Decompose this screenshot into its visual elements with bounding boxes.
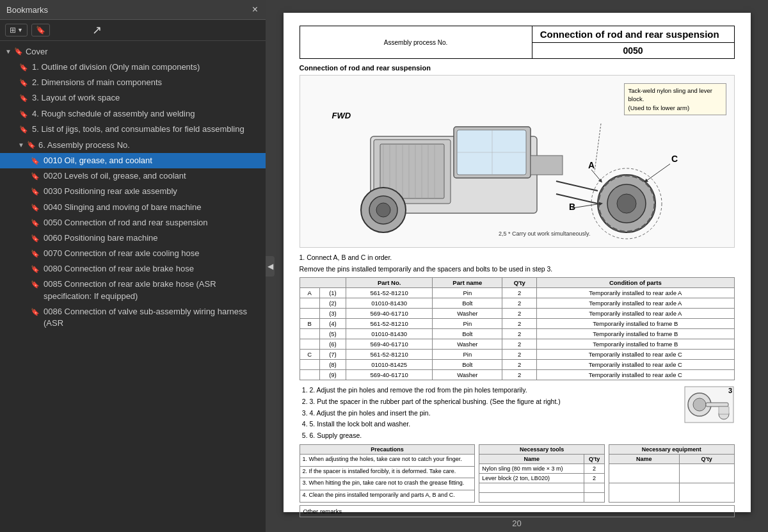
parts-header-partno: Part No. [346, 278, 432, 288]
bookmark-0070[interactable]: 🔖 0070 Connection of rear axle cooling h… [0, 246, 266, 261]
parts-group [300, 329, 320, 339]
bookmark-0010[interactable]: 🔖 0010 Oil, grease, and coolant [0, 153, 266, 168]
assembly-process-label: 6. Assembly process No. [38, 140, 130, 150]
parts-num: (3) [320, 309, 346, 319]
section-title: Connection of rod and rear suspension [300, 64, 735, 72]
parts-header-condition: Condition of parts [537, 278, 734, 288]
bookmark-0080[interactable]: 🔖 0080 Connection of rear axle brake hos… [0, 261, 266, 277]
assembly-process-section[interactable]: ▼ 🔖 6. Assembly process No. [0, 137, 266, 153]
bookmark-folder-assembly-icon: 🔖 [27, 141, 36, 149]
parts-partname: Bolt [433, 360, 502, 370]
parts-group [300, 339, 320, 350]
bookmark-0050[interactable]: 🔖 0050 Connection of rod and rear suspen… [0, 215, 266, 230]
bookmark-icon: 🔖 [36, 26, 45, 35]
tool-row: Lever block (2 ton, LB020) 2 [479, 473, 605, 483]
step-1: 1. Connect A, B and C in order. [300, 253, 735, 262]
parts-qty: 2 [502, 309, 537, 319]
cursor-pointer: ↗ [92, 23, 102, 37]
machine-diagram: A B C 2,5 * Carry out work simultaneousl… [319, 95, 703, 242]
cover-section[interactable]: ▼ 🔖 Cover [0, 44, 266, 60]
parts-row: (2) 01010-81430 Bolt 2 Temporarily insta… [300, 298, 734, 309]
parts-partname: Pin [433, 350, 502, 360]
tools-header: Necessary tools [479, 444, 605, 454]
cover-label: Cover [26, 47, 48, 56]
assembly-no-label: Assembly process No. [300, 26, 532, 59]
svg-point-19 [617, 194, 636, 213]
bookmark-dimensions[interactable]: 🔖 2. Dimensions of main components [0, 75, 266, 90]
precaution-row: 1. When adjusting the holes, take care n… [300, 454, 475, 466]
parts-group [300, 370, 320, 380]
bookmark-icon-0010: 🔖 [31, 156, 40, 166]
bookmark-settings-button[interactable]: 🔖 [31, 24, 50, 36]
parts-condition: Temporarily installed to rear axle C [537, 350, 734, 360]
bookmarks-title: Bookmarks [6, 5, 48, 15]
parts-condition: Temporarily installed to rear axle A [537, 298, 734, 309]
bookmark-icon-0085: 🔖 [31, 280, 40, 289]
parts-partname: Bolt [433, 329, 502, 339]
precaution-text: 2. If the spacer is installed forcibly, … [300, 466, 475, 478]
label-0086: 0086 Connection of valve sub-assembly wi… [44, 306, 260, 329]
document-viewer[interactable]: Assembly process No. Connection of rod a… [266, 0, 768, 532]
bookmark-0030[interactable]: 🔖 0030 Positioning rear axle assembly [0, 184, 266, 199]
bookmark-outline[interactable]: 🔖 1. Outline of division (Only main comp… [0, 60, 266, 75]
bookmark-0085[interactable]: 🔖 0085 Connection of rear axle brake hos… [0, 277, 266, 303]
view-toggle-button[interactable]: ⊞ ▼ [5, 24, 28, 36]
precautions-header: Precautions [300, 444, 475, 454]
equip-header: Necessary equipment [609, 444, 734, 454]
bookmark-0020[interactable]: 🔖 0020 Levels of oil, grease, and coolan… [0, 168, 266, 184]
additional-content-area: 2. Adjust the pin holes and remove the r… [300, 385, 735, 444]
svg-point-37 [693, 398, 706, 411]
parts-partname: Bolt [433, 298, 502, 309]
svg-text:C: C [671, 154, 678, 164]
additional-steps-area: 2. Adjust the pin holes and remove the r… [300, 385, 678, 444]
bookmark-rough-schedule[interactable]: 🔖 4. Rough schedule of assembly and weld… [0, 106, 266, 122]
parts-partno: 569-40-61710 [346, 309, 432, 319]
parts-partno: 561-52-81210 [346, 319, 432, 329]
parts-partno: 561-52-81210 [346, 350, 432, 360]
tool-qty: 2 [584, 473, 605, 483]
bookmark-0086[interactable]: 🔖 0086 Connection of valve sub-assembly … [0, 304, 266, 331]
bookmark-icon-outline: 🔖 [19, 63, 28, 72]
bookmark-0060[interactable]: 🔖 0060 Positioning bare machine [0, 230, 266, 246]
precaution-text: 4. Clean the pins installed temporarily … [300, 490, 475, 503]
label-0020: 0020 Levels of oil, grease, and coolant [44, 170, 186, 182]
document-page: Assembly process No. Connection of rod a… [284, 13, 751, 512]
parts-row: (3) 569-40-61710 Washer 2 Temporarily in… [300, 309, 734, 319]
parts-partno: 569-40-61710 [346, 339, 432, 350]
bookmark-0040[interactable]: 🔖 0040 Slinging and moving of bare machi… [0, 200, 266, 215]
bookmark-list-jigs[interactable]: 🔖 5. List of jigs, tools, and consumable… [0, 122, 266, 137]
parts-group [300, 298, 320, 309]
diagram-area: Tack-weld nylon sling and lever block. (… [300, 75, 735, 248]
tool-empty-row [479, 483, 605, 492]
chevron-left-icon: ◀ [268, 262, 273, 271]
parts-condition: Temporarily installed to frame B [537, 339, 734, 350]
parts-qty: 2 [502, 339, 537, 350]
close-button[interactable]: × [251, 4, 259, 15]
precaution-row: 2. If the spacer is installed forcibly, … [300, 466, 475, 478]
label-0085: 0085 Connection of rear axle brake hose … [44, 278, 260, 302]
parts-group: C [300, 350, 320, 360]
bookmark-layout[interactable]: 🔖 3. Layout of work space [0, 90, 266, 106]
rough-label: 4. Rough schedule of assembly and weldin… [32, 108, 195, 120]
parts-partno: 01010-81425 [346, 360, 432, 370]
bookmarks-header: Bookmarks × [0, 0, 266, 20]
collapse-panel-button[interactable]: ◀ [266, 256, 275, 277]
additional-step-item: 5. Install the lock bolt and washer. [310, 419, 678, 429]
step-2: Remove the pins installed temporarily an… [300, 264, 735, 274]
tool-empty-row [479, 492, 605, 502]
page-number: 20 [512, 519, 521, 528]
label-0060: 0060 Positioning bare machine [44, 232, 158, 244]
bookmark-icon-0086: 🔖 [31, 307, 40, 317]
svg-text:A: A [588, 160, 595, 170]
label-0050: 0050 Connection of rod and rear suspensi… [44, 217, 208, 229]
parts-partname: Pin [433, 288, 502, 298]
bookmark-icon-0080: 🔖 [31, 264, 40, 274]
parts-num: (2) [320, 298, 346, 309]
bookmark-icon-layout: 🔖 [19, 93, 28, 103]
svg-line-25 [556, 194, 598, 204]
process-number: 0050 [532, 43, 734, 59]
collapse-arrow-assembly-icon: ▼ [18, 141, 24, 149]
bookmark-icon-0050: 🔖 [31, 218, 40, 228]
equip-empty-row [609, 463, 734, 483]
parts-condition: Temporarily installed to rear axle C [537, 360, 734, 370]
